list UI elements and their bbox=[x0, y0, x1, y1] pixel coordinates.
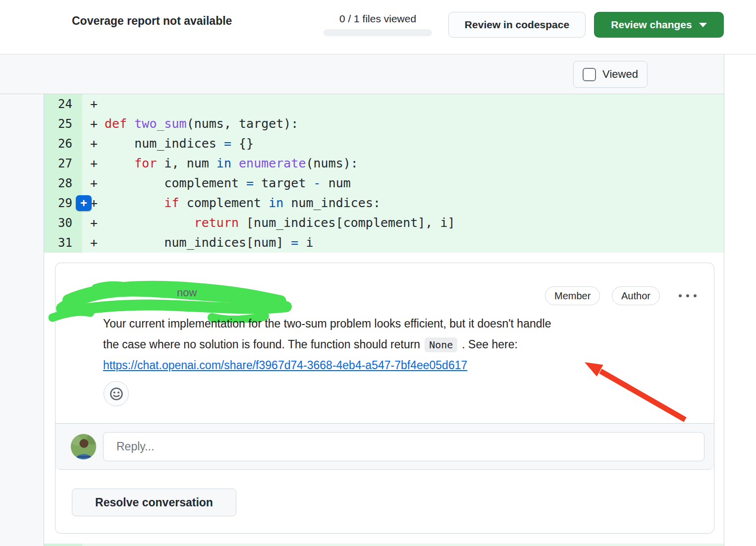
viewed-checkbox[interactable] bbox=[583, 68, 596, 81]
review-changes-label: Review changes bbox=[611, 19, 692, 31]
add-reaction-button[interactable] bbox=[104, 381, 129, 406]
line-number[interactable]: 24 bbox=[44, 94, 82, 114]
comment-text-suffix: . See here: bbox=[462, 338, 518, 351]
addition-marker: + bbox=[90, 176, 98, 190]
diff-line-31: 31+ num_indices[num] = i bbox=[44, 233, 724, 253]
addition-marker: + bbox=[90, 216, 98, 230]
code-line-content: + if complement in num_indices: bbox=[82, 193, 724, 213]
review-changes-button[interactable]: Review changes bbox=[594, 12, 724, 38]
line-number[interactable]: 31 bbox=[44, 233, 82, 253]
line-number[interactable]: 28 bbox=[44, 173, 82, 193]
member-badge: Member bbox=[545, 286, 600, 305]
code-line-content: + bbox=[82, 94, 724, 114]
addition-marker: + bbox=[90, 235, 98, 250]
diff-line-27: 27+ for i, num in enumerate(nums): bbox=[44, 154, 724, 173]
addition-marker: + bbox=[90, 97, 98, 111]
diff-line-28: 28+ complement = target - num bbox=[44, 173, 724, 193]
code-line-content: +def two_sum(nums, target): bbox=[82, 114, 724, 134]
author-badge: Author bbox=[612, 286, 660, 305]
files-viewed-text: 0 / 1 files viewed bbox=[324, 13, 432, 25]
coverage-status-text: Coverage report not available bbox=[72, 14, 232, 28]
line-number[interactable]: 25 bbox=[44, 114, 82, 134]
code-line-content: + return [num_indices[complement], i] bbox=[82, 213, 724, 233]
page-left-gutter bbox=[0, 94, 44, 546]
files-viewed-counter: 0 / 1 files viewed bbox=[324, 13, 432, 36]
diff-line-24: 24+ bbox=[44, 94, 724, 114]
file-diff-container: 24+25+def two_sum(nums, target):26+ num_… bbox=[44, 94, 724, 546]
line-number[interactable]: 27 bbox=[44, 154, 82, 173]
diff-line-26: 26+ num_indices = {} bbox=[44, 134, 724, 154]
comment-timestamp[interactable]: now bbox=[177, 286, 197, 299]
inline-code-none: None bbox=[425, 337, 457, 352]
reply-section bbox=[55, 423, 714, 470]
review-in-codespace-button[interactable]: Review in codespace bbox=[448, 12, 586, 38]
code-line-content: + complement = target - num bbox=[82, 173, 724, 193]
addition-marker: + bbox=[90, 136, 98, 151]
diff-line-30: 30+ return [num_indices[complement], i] bbox=[44, 213, 724, 233]
comment-text-line1: Your current implementation for the two-… bbox=[103, 317, 551, 330]
review-toolbar: Coverage report not available 0 / 1 file… bbox=[0, 0, 756, 55]
addition-marker: + bbox=[90, 116, 98, 131]
viewed-label: Viewed bbox=[602, 68, 638, 81]
reply-input[interactable] bbox=[103, 432, 704, 461]
addition-marker: + bbox=[90, 156, 98, 170]
diff-line-29: 29+ if complement in num_indices:+ bbox=[44, 193, 724, 213]
comment-options-kebab-button[interactable] bbox=[679, 294, 697, 297]
next-diff-line-peek bbox=[44, 544, 724, 546]
resolve-conversation-button[interactable]: Resolve conversation bbox=[72, 489, 236, 516]
code-line-content: + num_indices = {} bbox=[82, 134, 724, 154]
file-header-bar: Viewed bbox=[0, 55, 724, 94]
code-line-content: + num_indices[num] = i bbox=[82, 233, 724, 253]
user-avatar-photo bbox=[71, 434, 97, 460]
review-thread-card: now Member Author Your current implement… bbox=[55, 263, 714, 534]
reply-avatar bbox=[70, 434, 97, 460]
diff-line-25: 25+def two_sum(nums, target): bbox=[44, 114, 724, 134]
comment-body: Your current implementation for the two-… bbox=[103, 313, 693, 376]
comment-text-line2: the case where no solution is found. The… bbox=[103, 338, 420, 351]
kebab-menu-icon bbox=[679, 294, 682, 297]
line-number[interactable]: 26 bbox=[44, 134, 82, 154]
smiley-reaction-icon bbox=[109, 386, 124, 401]
chatgpt-share-link[interactable]: https://chat.openai.com/share/f3967d74-3… bbox=[103, 355, 467, 376]
files-viewed-progress-bar bbox=[324, 29, 432, 36]
diff-table: 24+25+def two_sum(nums, target):26+ num_… bbox=[44, 94, 724, 253]
viewed-toggle-button[interactable]: Viewed bbox=[573, 61, 648, 88]
code-line-content: + for i, num in enumerate(nums): bbox=[82, 154, 724, 173]
line-number[interactable]: 30 bbox=[44, 213, 82, 233]
add-line-comment-button[interactable]: + bbox=[76, 195, 92, 211]
caret-down-icon bbox=[699, 23, 707, 27]
